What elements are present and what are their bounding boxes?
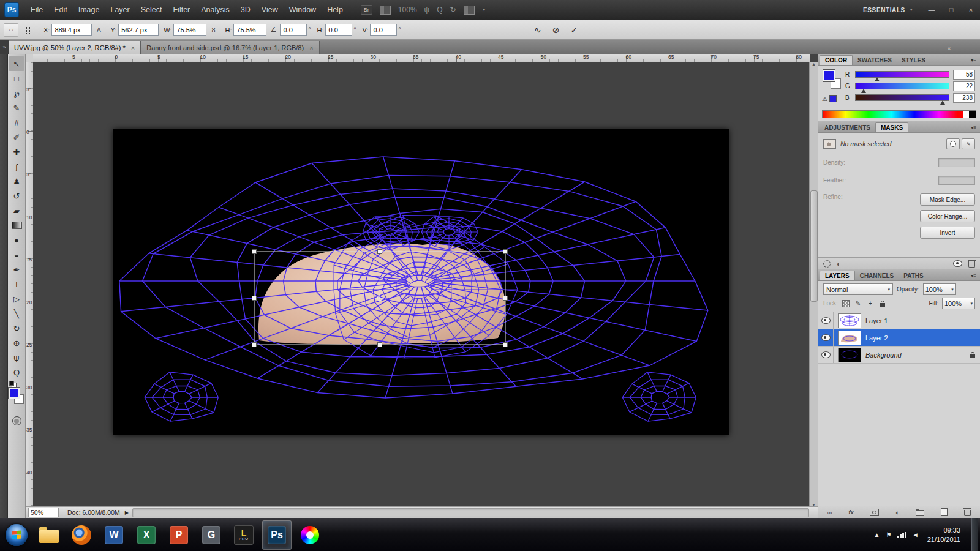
collapse-panels-button[interactable]: « <box>948 45 980 51</box>
view-extras-button[interactable] <box>380 6 391 15</box>
tab-layers[interactable]: LAYERS <box>820 271 855 280</box>
tab-masks[interactable]: MASKS <box>875 122 908 132</box>
close-icon[interactable]: × <box>309 44 313 51</box>
rotate-view-icon[interactable]: ↻ <box>450 6 456 14</box>
horizontal-scrollbar[interactable] <box>132 508 809 517</box>
tab-channels[interactable]: CHANNELS <box>855 271 899 280</box>
menu-item-window[interactable]: Window <box>284 0 322 20</box>
reference-point-locator[interactable] <box>24 26 32 34</box>
blur-tool[interactable]: ● <box>9 233 24 247</box>
layer-thumbnail[interactable] <box>838 348 861 362</box>
scroll-up-icon[interactable]: ▲ <box>812 62 816 66</box>
menu-item-view[interactable]: View <box>256 0 284 20</box>
volume-icon[interactable]: ◄ <box>913 531 919 538</box>
menu-item-file[interactable]: File <box>25 0 48 20</box>
workspace-switcher[interactable]: ESSENTIALS ▾ <box>854 7 921 13</box>
hand-tool[interactable]: ψ <box>9 350 24 365</box>
menu-item-layer[interactable]: Layer <box>105 0 135 20</box>
x-position-field[interactable]: 889.4 px <box>51 24 92 36</box>
type-tool[interactable]: T <box>9 277 24 291</box>
adjustment-layer-icon[interactable]: ◐ <box>895 509 900 516</box>
load-selection-from-mask-icon[interactable] <box>823 260 831 268</box>
foreground-color-swatch[interactable] <box>9 388 20 399</box>
lasso-tool[interactable]: ℘ <box>9 86 24 100</box>
layer-visibility-toggle[interactable] <box>818 312 834 329</box>
link-layers-icon[interactable]: ∞ <box>827 509 832 516</box>
slider-thumb[interactable] <box>861 89 866 93</box>
line-tool[interactable]: ╲ <box>9 306 24 321</box>
slider-thumb[interactable] <box>940 100 945 105</box>
generic-app-taskbar-icon[interactable]: G <box>197 521 225 549</box>
blue-slider[interactable] <box>855 94 949 101</box>
action-center-flag-icon[interactable]: ⚑ <box>886 531 891 538</box>
layer-row-background[interactable]: Background <box>818 347 980 364</box>
document-tab-uvw[interactable]: UVW.jpg @ 50% (Layer 2, RGB/8#) * × <box>9 41 141 54</box>
green-slider[interactable] <box>855 83 949 89</box>
vertical-scroll-thumb[interactable] <box>810 190 818 302</box>
apply-mask-icon[interactable]: ◐ <box>837 260 841 268</box>
layer-visibility-toggle[interactable] <box>818 347 834 363</box>
photoshop-taskbar-icon[interactable]: Ps <box>262 520 292 550</box>
start-button[interactable] <box>2 521 31 549</box>
menu-item-edit[interactable]: Edit <box>48 0 73 20</box>
menu-item-filter[interactable]: Filter <box>167 0 195 20</box>
disable-mask-icon[interactable] <box>953 260 962 267</box>
menu-item-3d[interactable]: 3D <box>235 0 256 20</box>
restore-button[interactable]: □ <box>942 4 960 16</box>
path-selection-tool[interactable]: ▷ <box>9 291 24 306</box>
taskbar-clock[interactable]: 09:33 21/10/2011 <box>927 526 960 544</box>
quick-mask-button[interactable] <box>12 416 21 425</box>
color-range-button[interactable]: Color Range... <box>920 210 975 222</box>
gradient-tool[interactable] <box>9 218 24 233</box>
foreground-color-swatch[interactable] <box>823 70 835 81</box>
layer-row-layer-1[interactable]: Layer 1 <box>818 312 980 329</box>
red-value-field[interactable]: 58 <box>953 70 975 80</box>
brush-tool[interactable]: ʃ <box>9 159 24 174</box>
blend-mode-dropdown[interactable]: Normal ▾ <box>823 283 893 295</box>
panel-menu-icon[interactable]: ▾≡ <box>967 273 980 280</box>
slider-thumb[interactable] <box>875 77 880 81</box>
rectangular-marquee-tool[interactable]: □ <box>9 71 24 86</box>
tab-color[interactable]: COLOR <box>820 55 853 65</box>
layer-row-layer-2[interactable]: Layer 2 <box>818 329 980 347</box>
document-canvas[interactable] <box>113 129 729 435</box>
zoom-tool[interactable]: Q <box>9 365 24 380</box>
add-vector-mask-button[interactable]: ✎ <box>962 138 975 149</box>
add-layer-mask-icon[interactable] <box>870 509 879 516</box>
panel-menu-icon[interactable]: ▾≡ <box>967 125 980 132</box>
v-skew-field[interactable]: 0.0 <box>370 24 397 36</box>
new-layer-icon[interactable] <box>941 508 948 516</box>
delete-layer-icon[interactable] <box>964 510 971 516</box>
firefox-taskbar-icon[interactable] <box>67 521 96 549</box>
fill-field[interactable]: 100% ▾ <box>942 298 975 309</box>
invert-button[interactable]: Invert <box>920 227 975 239</box>
menu-item-analysis[interactable]: Analysis <box>195 0 235 20</box>
default-colors-icon[interactable] <box>9 381 17 387</box>
excel-taskbar-icon[interactable]: X <box>132 521 160 549</box>
hand-icon[interactable]: ψ <box>424 6 430 14</box>
powerpoint-taskbar-icon[interactable]: P <box>165 521 193 549</box>
minimize-button[interactable]: — <box>922 4 941 16</box>
3d-rotate-tool[interactable]: ↻ <box>9 321 24 335</box>
zoom-percentage-field[interactable]: 50% <box>28 508 59 517</box>
delete-mask-icon[interactable] <box>968 261 975 268</box>
cancel-transform-button[interactable]: ⊘ <box>552 25 560 35</box>
eyedropper-tool[interactable]: ✐ <box>9 130 24 144</box>
tab-swatches[interactable]: SWATCHES <box>853 56 897 65</box>
green-value-field[interactable]: 22 <box>953 81 975 91</box>
blue-value-field[interactable]: 238 <box>953 93 975 103</box>
launch-bridge-button[interactable]: Br <box>361 5 372 15</box>
show-desktop-button[interactable] <box>971 518 978 551</box>
layer-thumbnail[interactable] <box>838 331 861 345</box>
add-pixel-mask-button[interactable] <box>946 138 960 149</box>
document-tab-danny[interactable]: Danny front and side.psd @ 16.7% (Layer … <box>141 41 319 54</box>
pen-tool[interactable]: ✒ <box>9 262 24 277</box>
arrange-documents-button[interactable] <box>464 6 475 15</box>
maintain-aspect-ratio-link-icon[interactable]: 8 <box>209 26 217 34</box>
zoom-level-display[interactable]: 100% <box>398 6 417 14</box>
mask-edge-button[interactable]: Mask Edge... <box>920 193 975 206</box>
horizontal-ruler[interactable]: 505101520253035404550556065707580 <box>33 54 810 62</box>
tab-adjustments[interactable]: ADJUSTMENTS <box>820 123 875 132</box>
lock-all-icon[interactable] <box>878 299 887 307</box>
rotation-field[interactable]: 0.0 <box>280 24 307 36</box>
